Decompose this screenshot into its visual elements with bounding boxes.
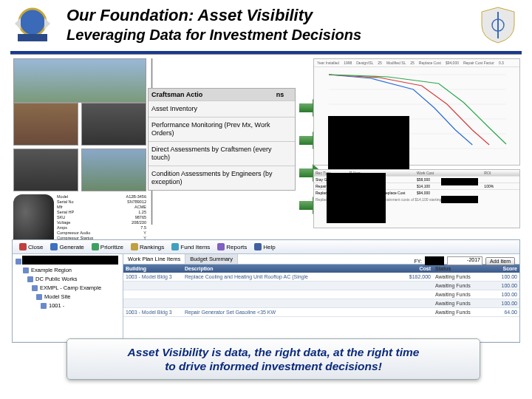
craftsman-header-right: ns bbox=[265, 89, 295, 100]
help-button[interactable]: Help bbox=[252, 242, 277, 251]
tool-label: Close bbox=[28, 244, 43, 250]
craftsman-actions-table: Craftsman Actio ns Asset Inventory Perfo… bbox=[148, 88, 296, 191]
tree-label: Example Region bbox=[31, 266, 72, 275]
col-score: Score bbox=[488, 265, 519, 273]
prioritize-button[interactable]: Prioritize bbox=[89, 242, 126, 251]
work-area: Work Plan Line Items Budget Summary FY: … bbox=[123, 254, 519, 341]
asset-photos-column: ModelA12B-3456Serial NoSN789012MfrACMESe… bbox=[13, 58, 146, 262]
col-description: Description bbox=[183, 265, 392, 273]
funditems-button[interactable]: Fund Items bbox=[169, 242, 212, 251]
tool-label: Rankings bbox=[140, 244, 164, 250]
rankings-button[interactable]: Rankings bbox=[129, 242, 166, 251]
fy-input[interactable]: -2017 bbox=[447, 256, 482, 265]
spec-row: Serial HP1.25 bbox=[57, 210, 146, 215]
spec-row: Voltage208/230 bbox=[57, 220, 146, 225]
spec-row: ModelA12B-3456 bbox=[57, 194, 146, 200]
callout-line2: to drive informed investment decisions! bbox=[75, 359, 472, 373]
tool-label: Reports bbox=[226, 244, 247, 250]
chart-params-bar: Year Installed1998 Design/SL25 Modified … bbox=[314, 59, 519, 67]
folder-icon bbox=[41, 303, 47, 309]
tree-label: Model Site bbox=[44, 293, 70, 301]
action-row: Asset Inventory bbox=[149, 100, 295, 117]
agency-tree[interactable]: Example Agency Example RegionDC Public W… bbox=[13, 254, 123, 341]
redaction-block bbox=[327, 173, 386, 223]
grid-row[interactable]: 1003 - Model Bldg 3Replace Cooling and H… bbox=[123, 273, 519, 282]
tree-label: DC Public Works bbox=[35, 275, 78, 284]
tree-item[interactable]: EXMPL - Camp Example bbox=[16, 284, 120, 293]
page-title: Our Foundation: Asset Visibility bbox=[66, 6, 466, 25]
spec-row: Compressor AudioY bbox=[57, 231, 146, 236]
logo-right-shield bbox=[477, 4, 519, 46]
action-row: Direct Assessments by Craftsmen (every t… bbox=[149, 141, 295, 166]
action-row: Performance Monitoring (Prev Mx, Work Or… bbox=[149, 117, 295, 141]
spec-row: Amps7.5 bbox=[57, 225, 146, 231]
col-building: Building bbox=[123, 265, 183, 273]
close-icon bbox=[19, 243, 27, 250]
reports-button[interactable]: Reports bbox=[215, 242, 249, 251]
redaction-block bbox=[328, 116, 409, 169]
header-divider bbox=[10, 51, 522, 54]
fy-label: FY: bbox=[414, 259, 422, 264]
work-items-grid: Building Description Cost Status Score 1… bbox=[123, 265, 519, 317]
photo-valves bbox=[13, 149, 78, 191]
folder-icon bbox=[16, 259, 21, 265]
grid-row[interactable]: 1003 - Model Bldg 3Repair Generator Set … bbox=[123, 308, 519, 317]
svg-rect-1 bbox=[18, 34, 47, 41]
close-button[interactable]: Close bbox=[17, 242, 45, 251]
tool-label: Prioritize bbox=[100, 244, 123, 250]
grid-row[interactable]: Awaiting Funds100.00 bbox=[123, 282, 519, 290]
photo-hvac-coils bbox=[13, 103, 78, 146]
tree-item[interactable]: Example Region bbox=[16, 266, 120, 275]
spec-row: SKU98765 bbox=[57, 215, 146, 220]
generate-icon bbox=[50, 243, 58, 250]
redaction-block bbox=[441, 178, 478, 185]
planner-tabs: Work Plan Line Items Budget Summary FY: … bbox=[123, 254, 519, 265]
redaction-block bbox=[441, 196, 478, 203]
add-item-button[interactable]: Add Item bbox=[485, 257, 515, 265]
folder-icon bbox=[23, 267, 29, 273]
spec-row: MfrACME bbox=[57, 205, 146, 210]
planner-toolbar: CloseGeneratePrioritizeRankingsFund Item… bbox=[13, 240, 519, 254]
svg-point-0 bbox=[19, 9, 46, 35]
col-status: Status bbox=[433, 265, 488, 273]
page-subtitle: Leveraging Data for Investment Decisions bbox=[66, 27, 466, 44]
grid-row[interactable]: Awaiting Funds100.00 bbox=[123, 290, 519, 299]
photo-building-exterior bbox=[13, 58, 146, 103]
callout-line1: Asset Visibility is data, the right data… bbox=[75, 345, 472, 359]
prioritize-icon bbox=[92, 243, 99, 250]
folder-icon bbox=[27, 276, 33, 282]
reports-icon bbox=[217, 243, 225, 250]
tool-label: Help bbox=[263, 244, 275, 250]
folder-icon bbox=[32, 285, 38, 291]
tab-work-plan[interactable]: Work Plan Line Items bbox=[123, 254, 185, 264]
grid-row[interactable]: Awaiting Funds100.00 bbox=[123, 299, 519, 308]
spec-row: Serial NoSN789012 bbox=[57, 200, 146, 205]
craftsman-header-left: Craftsman Actio bbox=[149, 89, 265, 100]
rankings-icon bbox=[131, 243, 138, 250]
folder-icon bbox=[36, 294, 42, 300]
tree-label: 1001 - bbox=[49, 301, 64, 310]
tool-label: Fund Items bbox=[180, 244, 210, 250]
action-row: Condition Assessments by Engineers (by e… bbox=[149, 166, 295, 190]
funditems-icon bbox=[171, 243, 179, 250]
photo-piping bbox=[81, 149, 146, 191]
tree-label: EXMPL - Camp Example bbox=[40, 284, 101, 293]
redaction-block bbox=[425, 256, 444, 265]
col-cost: Cost bbox=[392, 265, 433, 273]
tree-item[interactable]: Model Site bbox=[16, 293, 120, 301]
callout-banner: Asset Visibility is data, the right data… bbox=[66, 338, 480, 380]
tab-budget-summary[interactable]: Budget Summary bbox=[185, 254, 238, 264]
tool-label: Generate bbox=[59, 244, 83, 250]
tree-item[interactable]: 1001 - bbox=[16, 301, 120, 310]
work-planner-window: CloseGeneratePrioritizeRankingsFund Item… bbox=[12, 239, 520, 343]
generate-button[interactable]: Generate bbox=[48, 242, 86, 251]
tree-item[interactable]: DC Public Works bbox=[16, 275, 120, 284]
help-icon bbox=[254, 243, 262, 250]
logo-left-shield bbox=[12, 4, 53, 46]
photo-electrical-panel bbox=[81, 103, 146, 146]
redaction-block bbox=[22, 256, 118, 265]
